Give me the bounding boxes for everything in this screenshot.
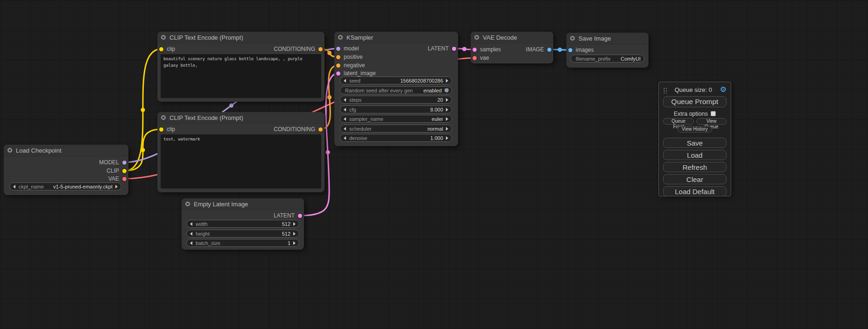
collapse-toggle-icon[interactable] — [7, 148, 12, 153]
widget-increment-icon[interactable] — [446, 98, 448, 102]
link-midpoint-dot — [558, 48, 562, 52]
vae-output-dot[interactable] — [122, 177, 127, 181]
widget-increment-icon[interactable] — [446, 127, 448, 131]
widget-decrement-icon[interactable] — [190, 241, 192, 245]
seed-widget[interactable]: seed 156680208700286 — [340, 77, 452, 84]
clip-input-dot[interactable] — [159, 47, 163, 51]
node-title-bar[interactable]: Save Image — [566, 33, 649, 44]
cfg-widget[interactable]: cfg 8.000 — [340, 105, 452, 113]
vae-decode-node[interactable]: VAE Decode samples IMAGE vae — [471, 32, 553, 63]
vae-input-dot[interactable] — [473, 56, 477, 60]
model-input-dot[interactable] — [336, 47, 340, 51]
node-title-bar[interactable]: VAE Decode — [471, 32, 553, 43]
conditioning-output-dot[interactable] — [318, 127, 323, 132]
widget-increment-icon[interactable] — [293, 232, 296, 236]
widget-increment-icon[interactable] — [446, 117, 448, 121]
view-queue-button[interactable]: View Queue — [696, 118, 727, 125]
widget-increment-icon[interactable] — [115, 185, 118, 189]
node-title: Empty Latent Image — [194, 201, 248, 208]
node-title-bar[interactable]: KSampler — [334, 32, 458, 43]
widget-decrement-icon[interactable] — [13, 185, 15, 189]
queue-prompt-button[interactable]: Queue Prompt — [663, 96, 727, 107]
scheduler-widget[interactable]: scheduler normal — [340, 125, 452, 133]
toggle-on-indicator-icon[interactable] — [445, 88, 449, 92]
batch-size-widget[interactable]: batch_size 1 — [186, 239, 299, 247]
widget-value: v1-5-pruned-emaonly.ckpt — [53, 184, 113, 189]
conditioning-output-dot[interactable] — [318, 47, 323, 51]
image-output-dot[interactable] — [547, 48, 551, 52]
widget-increment-icon[interactable] — [293, 222, 296, 226]
collapse-toggle-icon[interactable] — [185, 202, 190, 206]
height-widget[interactable]: height 512 — [186, 230, 299, 238]
latent-image-input-dot[interactable] — [336, 71, 340, 76]
steps-widget[interactable]: steps 20 — [340, 96, 452, 104]
positive-prompt-textarea[interactable]: beautiful scenery nature glass bottle la… — [161, 54, 321, 98]
collapse-toggle-icon[interactable] — [161, 115, 166, 120]
latent-output-dot[interactable] — [298, 214, 302, 218]
filename-prefix-widget[interactable]: filename_prefix ComfyUI — [571, 55, 644, 63]
latent-output-dot[interactable] — [452, 47, 456, 51]
widget-decrement-icon[interactable] — [344, 98, 346, 102]
extra-options-checkbox[interactable] — [711, 111, 716, 116]
node-title-bar[interactable]: CLIP Text Encode (Prompt) — [157, 32, 325, 43]
widget-increment-icon[interactable] — [446, 136, 448, 140]
clear-button[interactable]: Clear — [663, 174, 727, 184]
negative-prompt-textarea[interactable]: text, watermark — [161, 134, 321, 189]
ksampler-node[interactable]: KSampler model LATENT positive negative … — [334, 32, 458, 146]
slot-label: samples — [480, 46, 501, 53]
widget-decrement-icon[interactable] — [190, 222, 192, 226]
model-output-dot[interactable] — [122, 161, 127, 165]
input-slot-positive: positive — [336, 53, 363, 61]
widget-decrement-icon[interactable] — [344, 117, 346, 121]
load-button[interactable]: Load — [663, 150, 727, 160]
widget-decrement-icon[interactable] — [344, 136, 346, 140]
clip-input-dot[interactable] — [159, 127, 163, 132]
widget-decrement-icon[interactable] — [344, 108, 346, 112]
slot-label: LATENT — [274, 212, 295, 219]
node-title-bar[interactable]: CLIP Text Encode (Prompt) — [157, 112, 325, 124]
slot-label: CONDITIONING — [274, 46, 315, 52]
load-checkpoint-node[interactable]: Load Checkpoint MODEL CLIP VAE ckpt_name… — [4, 145, 128, 195]
input-slot-model: model — [336, 45, 359, 53]
queue-front-button[interactable]: Queue Front — [663, 118, 694, 125]
output-slot-image: IMAGE — [526, 46, 551, 54]
widget-increment-icon[interactable] — [446, 79, 448, 83]
sampler-name-widget[interactable]: sampler_name euler — [340, 115, 452, 123]
widget-value: 156680208700286 — [400, 78, 443, 84]
widget-decrement-icon[interactable] — [344, 79, 346, 83]
widget-increment-icon[interactable] — [293, 241, 296, 245]
width-widget[interactable]: width 512 — [186, 220, 299, 228]
load-default-button[interactable]: Load Default — [663, 186, 727, 196]
collapse-toggle-icon[interactable] — [474, 35, 479, 40]
widget-increment-icon[interactable] — [446, 108, 448, 112]
empty-latent-image-node[interactable]: Empty Latent Image LATENT width 512 heig… — [182, 198, 304, 250]
settings-gear-icon[interactable]: ⚙ — [720, 86, 727, 93]
negative-input-dot[interactable] — [336, 63, 340, 68]
clip-text-encode-positive-node[interactable]: CLIP Text Encode (Prompt) clip CONDITION… — [157, 32, 325, 102]
clip-text-encode-negative-node[interactable]: CLIP Text Encode (Prompt) clip CONDITION… — [157, 112, 325, 192]
widget-label: sampler_name — [349, 116, 383, 122]
node-title-bar[interactable]: Empty Latent Image — [182, 198, 304, 210]
refresh-button[interactable]: Refresh — [663, 162, 727, 172]
save-button[interactable]: Save — [663, 138, 727, 148]
positive-input-dot[interactable] — [336, 55, 340, 59]
samples-input-dot[interactable] — [473, 48, 477, 52]
collapse-toggle-icon[interactable] — [338, 35, 343, 40]
random-seed-toggle-widget[interactable]: Random seed after every gen enabled — [340, 86, 452, 94]
collapse-toggle-icon[interactable] — [161, 35, 166, 40]
extra-options-row: Extra options — [663, 111, 727, 117]
drag-handle-icon[interactable] — [663, 87, 667, 93]
ckpt-name-widget[interactable]: ckpt_name v1-5-pruned-emaonly.ckpt — [9, 182, 121, 190]
widget-decrement-icon[interactable] — [190, 232, 192, 236]
collapse-toggle-icon[interactable] — [570, 36, 575, 41]
slot-label: vae — [480, 55, 489, 61]
denoise-widget[interactable]: denoise 1.000 — [340, 134, 452, 142]
node-graph-canvas[interactable]: Load Checkpoint MODEL CLIP VAE ckpt_name… — [0, 0, 868, 329]
save-image-node[interactable]: Save Image images filename_prefix ComfyU… — [566, 33, 649, 68]
node-title-bar[interactable]: Load Checkpoint — [4, 145, 128, 156]
view-history-button[interactable]: View History — [677, 126, 712, 133]
input-slot-clip: clip — [159, 45, 175, 53]
widget-decrement-icon[interactable] — [344, 127, 346, 131]
clip-output-dot[interactable] — [122, 169, 127, 173]
images-input-dot[interactable] — [568, 48, 572, 52]
